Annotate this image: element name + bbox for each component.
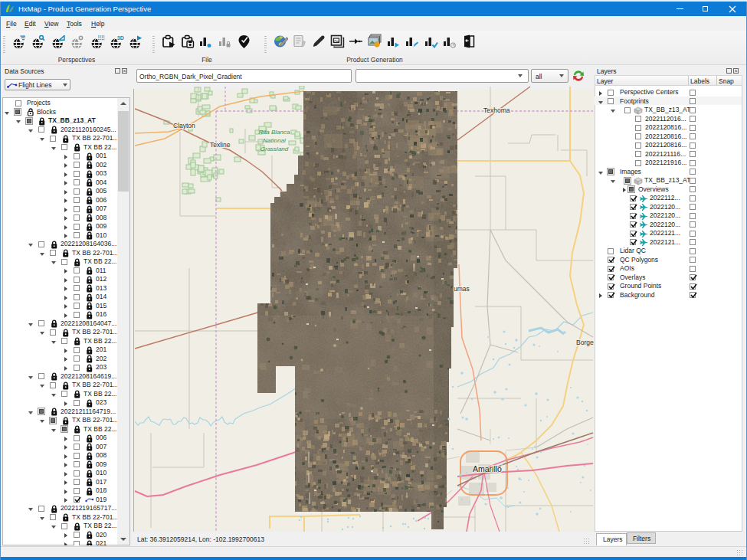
svg-text:Amarillo: Amarillo [473, 464, 502, 473]
svg-text:Texhoma: Texhoma [483, 106, 510, 114]
svg-text:Texline: Texline [210, 141, 231, 149]
svg-text:umas: umas [454, 285, 470, 293]
svg-text:Borger: Borger [576, 339, 594, 346]
svg-text:3D: 3D [116, 35, 123, 41]
svg-text:Clayton: Clayton [173, 122, 195, 129]
svg-text:National: National [263, 137, 286, 144]
svg-text:Grassland: Grassland [260, 146, 289, 152]
svg-text:Rita Blanca: Rita Blanca [259, 129, 290, 136]
